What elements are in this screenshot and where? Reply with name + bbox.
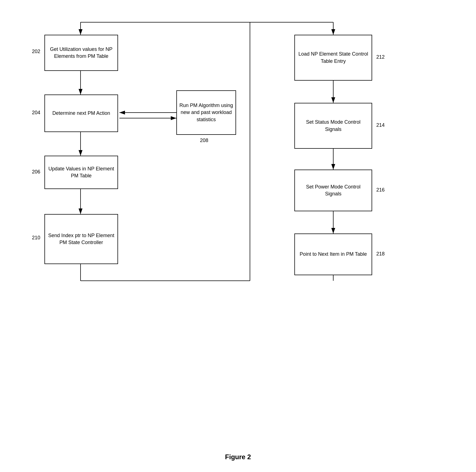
box-202: Get Utilization values for NP Elements f… [44, 35, 118, 71]
box-204: Determine next PM Action [44, 95, 118, 132]
box-208: Run PM Algorithm using new and past work… [176, 90, 236, 135]
box-214: Set Status Mode Control Signals [294, 103, 372, 149]
ref-202: 202 [32, 49, 40, 54]
ref-216: 216 [376, 187, 385, 193]
box-218: Point to Next Item in PM Table [294, 233, 372, 275]
box-216: Set Power Mode Control Signals [294, 170, 372, 211]
ref-208: 208 [200, 138, 208, 143]
ref-212: 212 [376, 54, 385, 60]
box-212: Load NP Element State Control Table Entr… [294, 35, 372, 81]
diagram-container: Get Utilization values for NP Elements f… [17, 8, 455, 448]
ref-210: 210 [32, 235, 40, 241]
box-210: Send Index ptr to NP Element PM State Co… [44, 214, 118, 264]
figure-caption: Figure 2 [225, 453, 251, 461]
ref-204: 204 [32, 110, 40, 116]
ref-206: 206 [32, 169, 40, 175]
ref-214: 214 [376, 122, 385, 128]
box-206: Update Values in NP Element PM Table [44, 156, 118, 189]
ref-218: 218 [376, 251, 385, 257]
